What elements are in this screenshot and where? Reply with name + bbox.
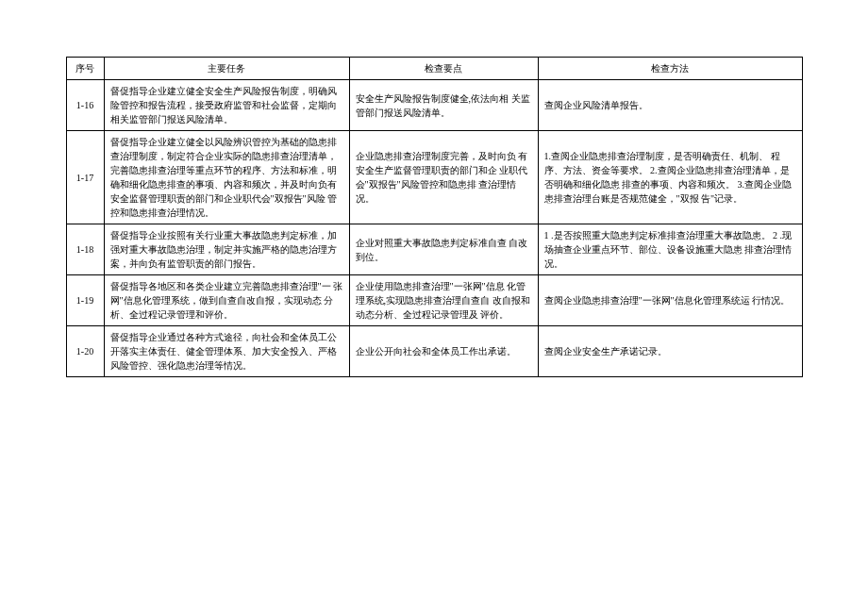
cell-idx: 1-20 xyxy=(66,326,104,377)
inspection-table: 序号 主要任务 检查要点 检查方法 1-16 督促指导企业建立健全安全生产风险报… xyxy=(66,57,803,377)
cell-idx: 1-16 xyxy=(66,80,104,131)
cell-method: 查阅企业隐患排查治理"一张网"信息化管理系统运 行情况。 xyxy=(538,275,802,326)
table-row: 1-19 督促指导各地区和各类企业建立完善隐患排查治理"一 张网"信息化管理系统… xyxy=(66,275,802,326)
cell-key: 企业使用隐患排查治理"一张网"信息 化管理系统,实现隐患排查治理自查自 改自报和… xyxy=(349,275,538,326)
cell-method: 查阅企业风险清单报告。 xyxy=(538,80,802,131)
cell-method: 查阅企业安全生产承诺记录。 xyxy=(538,326,802,377)
cell-task: 督促指导企业按照有关行业重大事故隐患判定标准，加 强对重大事故隐患治理，制定并实… xyxy=(104,224,349,275)
table-header-row: 序号 主要任务 检查要点 检查方法 xyxy=(66,58,802,80)
cell-task: 督促指导企业建立健全安全生产风险报告制度，明确风 险管控和报告流程，接受政府监管… xyxy=(104,80,349,131)
header-key: 检查要点 xyxy=(349,58,538,80)
cell-key: 安全生产风险报告制度健全,依法向相 关监管部门报送风险清单。 xyxy=(349,80,538,131)
cell-key: 企业公开向社会和全体员工作出承诺。 xyxy=(349,326,538,377)
cell-task: 督促指导企业通过各种方式途径，向社会和全体员工公 开落实主体责任、健全管理体系、… xyxy=(104,326,349,377)
header-method: 检查方法 xyxy=(538,58,802,80)
cell-idx: 1-19 xyxy=(66,275,104,326)
cell-task: 督促指导企业建立健全以风险辨识管控为基础的隐患排 查治理制度，制定符合企业实际的… xyxy=(104,131,349,224)
cell-task: 督促指导各地区和各类企业建立完善隐患排查治理"一 张网"信息化管理系统，做到自查… xyxy=(104,275,349,326)
cell-idx: 1-17 xyxy=(66,131,104,224)
cell-key: 企业对照重大事故隐患判定标准自查 自改到位。 xyxy=(349,224,538,275)
table-row: 1-17 督促指导企业建立健全以风险辨识管控为基础的隐患排 查治理制度，制定符合… xyxy=(66,131,802,224)
table-row: 1-16 督促指导企业建立健全安全生产风险报告制度，明确风 险管控和报告流程，接… xyxy=(66,80,802,131)
header-task: 主要任务 xyxy=(104,58,349,80)
table-row: 1-18 督促指导企业按照有关行业重大事故隐患判定标准，加 强对重大事故隐患治理… xyxy=(66,224,802,275)
cell-method: 1 .是否按照重大隐患判定标准排查治理重大事故隐患。 2 .现场抽查企业重点环节… xyxy=(538,224,802,275)
header-idx: 序号 xyxy=(66,58,104,80)
cell-method: 1.查阅企业隐患排查治理制度，是否明确责任、机制、 程序、方法、资金等要求。 2… xyxy=(538,131,802,224)
cell-idx: 1-18 xyxy=(66,224,104,275)
table-row: 1-20 督促指导企业通过各种方式途径，向社会和全体员工公 开落实主体责任、健全… xyxy=(66,326,802,377)
cell-key: 企业隐患排查治理制度完善，及时向负 有安全生产监督管理职责的部门和企 业职代会"… xyxy=(349,131,538,224)
